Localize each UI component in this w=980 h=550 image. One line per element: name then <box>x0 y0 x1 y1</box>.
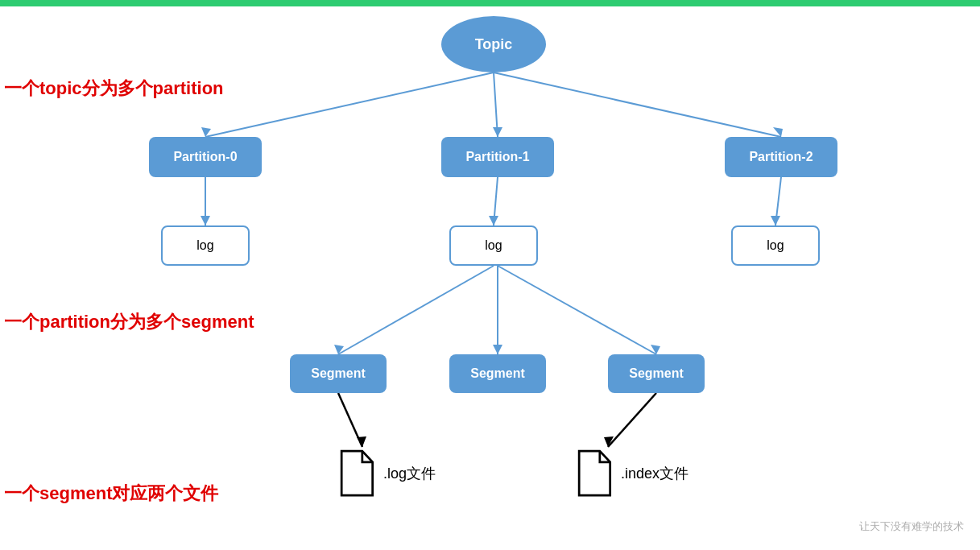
svg-marker-13 <box>334 345 344 354</box>
svg-line-2 <box>494 72 498 137</box>
segment-1-node: Segment <box>449 354 546 393</box>
svg-marker-11 <box>771 216 780 225</box>
log-1-node: log <box>449 225 538 266</box>
log-file-label: .log文件 <box>383 464 436 483</box>
partition-1-node: Partition-1 <box>441 137 554 177</box>
partition-2-node: Partition-2 <box>725 137 837 177</box>
index-file-label: .index文件 <box>621 464 688 483</box>
segment-2-label: Segment <box>629 366 684 381</box>
log-0-label: log <box>196 238 213 253</box>
svg-line-10 <box>775 177 781 225</box>
segment-2-node: Segment <box>608 354 705 393</box>
svg-line-12 <box>338 266 494 354</box>
log-2-node: log <box>731 225 820 266</box>
svg-marker-7 <box>201 216 210 225</box>
top-bar <box>0 0 980 6</box>
topic-label: Topic <box>475 36 513 53</box>
log-file-icon: .log文件 <box>334 447 436 499</box>
partition-1-label: Partition-1 <box>465 150 529 164</box>
svg-line-16 <box>498 266 656 354</box>
svg-marker-3 <box>493 127 502 137</box>
segment-1-label: Segment <box>470 366 525 381</box>
svg-marker-21 <box>604 436 614 447</box>
partition-0-label: Partition-0 <box>173 150 237 164</box>
index-file-icon: .index文件 <box>572 447 688 499</box>
log-1-label: log <box>485 238 502 253</box>
svg-marker-15 <box>493 345 502 354</box>
partition-2-label: Partition-2 <box>749 150 813 164</box>
svg-line-18 <box>338 393 362 447</box>
svg-marker-9 <box>489 216 498 225</box>
log-2-label: log <box>767 238 784 253</box>
svg-line-4 <box>494 72 781 137</box>
watermark: 让天下没有难学的技术 <box>859 519 964 534</box>
svg-marker-17 <box>651 345 660 354</box>
annotation-partition-segment: 一个partition分为多个segment <box>4 310 254 334</box>
log-0-node: log <box>161 225 250 266</box>
svg-line-20 <box>608 393 656 447</box>
svg-marker-5 <box>773 127 783 137</box>
topic-node: Topic <box>441 16 546 72</box>
svg-marker-19 <box>357 436 366 447</box>
svg-marker-1 <box>201 127 211 137</box>
segment-0-node: Segment <box>290 354 387 393</box>
annotation-segment-files: 一个segment对应两个文件 <box>4 482 218 506</box>
partition-0-node: Partition-0 <box>149 137 262 177</box>
svg-line-8 <box>494 177 498 225</box>
svg-line-0 <box>205 72 494 137</box>
annotation-topic-partition: 一个topic分为多个partition <box>4 77 224 101</box>
segment-0-label: Segment <box>311 366 366 381</box>
